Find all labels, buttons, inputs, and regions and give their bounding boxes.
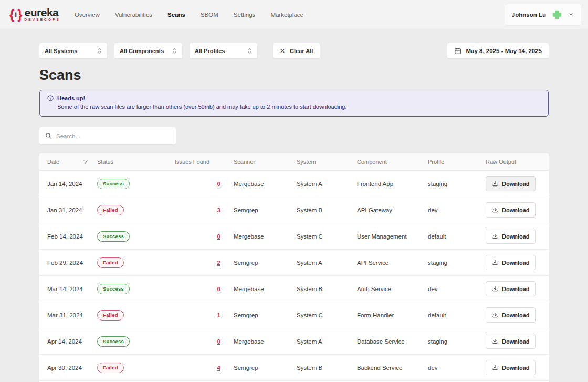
logo-braces-icon: { i }: [9, 8, 23, 21]
page-title: Scans: [39, 67, 549, 84]
download-icon: [492, 338, 498, 345]
nav-item-marketplace[interactable]: Marketplace: [270, 12, 303, 18]
download-button[interactable]: Download: [486, 307, 536, 323]
scans-table: Date Status Issues Found Scanner System …: [39, 153, 549, 382]
user-menu[interactable]: Johnson Lu: [505, 4, 581, 25]
profile-name: default: [428, 312, 486, 318]
nav-item-scans[interactable]: Scans: [167, 12, 185, 18]
profile-name: staging: [428, 181, 486, 187]
system-name: System B: [297, 286, 357, 292]
component-name: Auth Service: [357, 286, 428, 292]
issues-found-link[interactable]: 0: [217, 181, 220, 187]
profile-name: staging: [428, 338, 486, 345]
download-button[interactable]: Download: [486, 176, 536, 191]
calendar-icon: [454, 47, 461, 55]
table-row: Mar 14, 2024 Success 0 Mergebase System …: [39, 276, 549, 302]
table-row: Jan 14, 2024 Success 0 Mergebase System …: [39, 171, 549, 197]
scan-date: Feb 14, 2024: [47, 233, 97, 240]
download-icon: [492, 365, 498, 371]
select-updown-icon: [247, 47, 252, 54]
issues-found-link[interactable]: 3: [217, 207, 220, 213]
download-label: Download: [502, 312, 530, 318]
download-label: Download: [502, 233, 530, 240]
filter-funnel-icon[interactable]: [82, 159, 89, 165]
status-badge: Success: [97, 336, 130, 347]
column-header-status: Status: [97, 159, 175, 165]
download-label: Download: [502, 338, 530, 345]
info-banner: Heads up! Some of the raw scan files are…: [39, 90, 549, 117]
nav-item-overview[interactable]: Overview: [75, 12, 100, 18]
clear-all-filters-button[interactable]: ✕ Clear All: [273, 43, 320, 58]
download-icon: [492, 181, 498, 187]
component-name: API Service: [357, 260, 428, 266]
status-badge: Success: [97, 179, 130, 189]
system-name: System B: [297, 207, 357, 213]
scan-date: Apr 30, 2024: [47, 365, 97, 371]
issues-found-link[interactable]: 1: [217, 312, 220, 318]
column-header-system: System: [297, 159, 357, 165]
scanner-name: Semgrep: [234, 312, 297, 318]
user-name: Johnson Lu: [512, 12, 546, 18]
status-badge: Success: [97, 284, 130, 294]
eureka-logo[interactable]: { i } eureka DEVSECOPS: [9, 7, 60, 22]
app-root: { i } eureka DEVSECOPS Overview Vulnerab…: [0, 0, 588, 382]
table-row: Apr 30, 2024 Failed 4 Semgrep System B B…: [39, 355, 549, 381]
top-navigation-bar: { i } eureka DEVSECOPS Overview Vulnerab…: [0, 0, 588, 29]
status-badge: Failed: [97, 205, 124, 215]
system-name: System A: [297, 338, 357, 345]
download-icon: [492, 233, 498, 240]
profile-name: default: [428, 233, 486, 240]
download-button[interactable]: Download: [486, 255, 536, 270]
component-name: Frontend App: [357, 181, 428, 187]
components-filter-select[interactable]: All Components: [114, 43, 182, 58]
nav-item-settings[interactable]: Settings: [234, 12, 256, 18]
download-button[interactable]: Download: [486, 360, 536, 375]
scanner-name: Mergebase: [234, 338, 297, 345]
component-name: Backend Service: [357, 365, 428, 371]
download-label: Download: [502, 365, 530, 371]
system-name: System A: [297, 181, 357, 187]
info-icon: [47, 95, 54, 101]
issues-found-link[interactable]: 0: [217, 233, 220, 240]
profiles-filter-select[interactable]: All Profiles: [190, 43, 257, 58]
page-content: All Systems All Components All Profiles …: [39, 43, 549, 382]
component-name: API Gateway: [357, 207, 428, 213]
issues-found-link[interactable]: 0: [217, 286, 220, 292]
table-row: Feb 14, 2024 Success 0 Mergebase System …: [39, 223, 549, 250]
issues-found-link[interactable]: 2: [217, 260, 220, 266]
status-badge: Failed: [97, 310, 124, 321]
user-avatar: [552, 9, 562, 20]
download-button[interactable]: Download: [486, 229, 536, 244]
search-box: [39, 127, 176, 144]
table-header-row: Date Status Issues Found Scanner System …: [39, 153, 549, 171]
column-header-scanner: Scanner: [234, 159, 297, 165]
column-header-component: Component: [357, 159, 428, 165]
nav-item-sbom[interactable]: SBOM: [201, 12, 218, 18]
filter-bar: All Systems All Components All Profiles …: [39, 43, 549, 58]
table-row: Apr 14, 2024 Success 0 Mergebase System …: [39, 328, 549, 355]
close-icon: ✕: [280, 47, 285, 55]
date-range-picker[interactable]: May 8, 2025 - May 14, 2025: [447, 43, 549, 58]
profile-name: dev: [428, 365, 486, 371]
issues-found-link[interactable]: 4: [217, 365, 220, 371]
select-updown-icon: [97, 47, 102, 54]
date-range-value: May 8, 2025 - May 14, 2025: [466, 48, 542, 54]
systems-filter-select[interactable]: All Systems: [39, 43, 107, 58]
scan-date: Jan 14, 2024: [47, 181, 97, 187]
download-button[interactable]: Download: [486, 334, 536, 349]
download-button[interactable]: Download: [486, 202, 536, 218]
download-icon: [492, 207, 498, 213]
table-row: Jan 31, 2024 Failed 3 Semgrep System B A…: [39, 197, 549, 223]
scanner-name: Mergebase: [234, 286, 297, 292]
search-input[interactable]: [56, 133, 170, 139]
issues-found-link[interactable]: 0: [217, 338, 220, 345]
scan-date: Jan 31, 2024: [47, 207, 97, 213]
column-header-raw-output: Raw Output: [486, 159, 549, 165]
scanner-name: Semgrep: [234, 260, 297, 266]
download-label: Download: [502, 286, 530, 292]
download-icon: [492, 312, 498, 318]
download-button[interactable]: Download: [486, 281, 536, 296]
system-name: System C: [297, 233, 357, 240]
nav-item-vulnerabilities[interactable]: Vulnerabilities: [115, 12, 152, 18]
download-label: Download: [502, 181, 530, 187]
